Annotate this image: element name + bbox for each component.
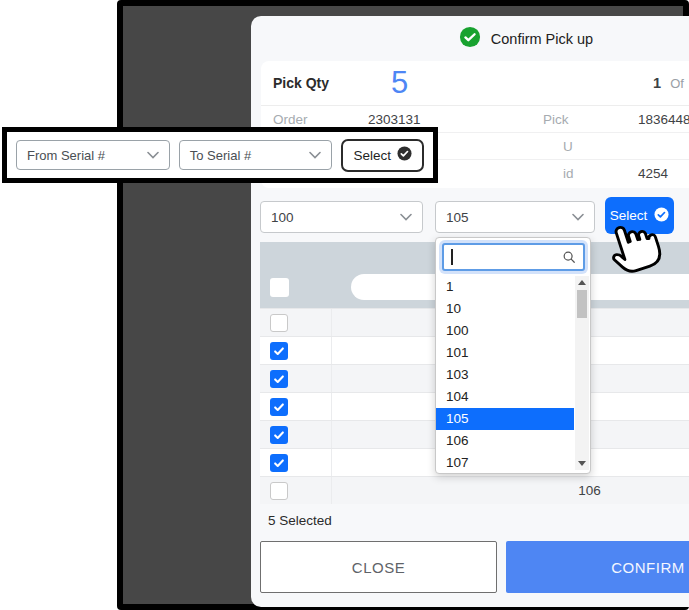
scroll-up-icon[interactable] (578, 280, 586, 285)
serial-dropdown-panel: 1 10 100 101 103 104 105 106 107 (435, 237, 591, 474)
close-button[interactable]: CLOSE (260, 541, 497, 593)
from-serial-value: 100 (271, 210, 294, 225)
row-checkbox[interactable] (270, 482, 288, 500)
confirm-button[interactable]: CONFIRM (506, 541, 689, 593)
scrollbar-thumb[interactable] (577, 290, 587, 318)
pick-qty-label: Pick Qty (273, 75, 329, 91)
to-serial-select[interactable]: 105 (435, 201, 595, 233)
row-checkbox[interactable] (270, 342, 288, 360)
dropdown-search-box[interactable] (442, 243, 585, 271)
to-serial-value: 105 (446, 210, 469, 225)
table-row: 106 (260, 476, 689, 504)
dropdown-option[interactable]: 104 (436, 386, 574, 408)
modal-title: Confirm Pick up (491, 31, 593, 47)
dropdown-option[interactable]: 106 (436, 430, 574, 452)
sku-label-partial: U (543, 139, 638, 154)
to-serial-dropdown[interactable]: To Serial # (179, 140, 333, 170)
pick-qty-value: 5 (391, 65, 408, 101)
row-checkbox[interactable] (270, 398, 288, 416)
row-checkbox[interactable] (270, 314, 288, 332)
dropdown-option[interactable]: 1 (436, 276, 574, 298)
check-circle-icon (654, 207, 669, 225)
dropdown-option[interactable]: 101 (436, 342, 574, 364)
from-serial-placeholder: From Serial # (27, 148, 105, 163)
confirm-pickup-modal: Confirm Pick up Pick Qty 5 1 Of 1 (251, 16, 689, 607)
row-checkbox[interactable] (270, 426, 288, 444)
callout-select-label: Select (353, 148, 391, 163)
page: Confirm Pick up Pick Qty 5 1 Of 1 (0, 0, 689, 610)
chevron-down-icon (572, 213, 584, 221)
dropdown-option[interactable]: 107 (436, 452, 574, 474)
callout-select-button[interactable]: Select (341, 139, 424, 172)
dropdown-option[interactable]: 10 (436, 298, 574, 320)
scroll-down-icon[interactable] (578, 461, 586, 466)
backdrop-frame: Confirm Pick up Pick Qty 5 1 Of 1 (117, 0, 689, 610)
text-caret (451, 249, 453, 265)
success-check-icon (459, 26, 481, 52)
select-all-checkbox[interactable] (270, 278, 289, 297)
check-circle-icon (397, 146, 412, 164)
dropdown-option-selected[interactable]: 105 (436, 408, 574, 430)
dropdown-options: 1 10 100 101 103 104 105 106 107 (436, 276, 574, 474)
to-serial-placeholder: To Serial # (190, 148, 251, 163)
pick-label: Pick (543, 112, 638, 127)
page-number: 1 (653, 75, 661, 91)
order-label: Order (273, 112, 368, 127)
dropdown-option[interactable]: 100 (436, 320, 574, 342)
selected-count-text: 5 Selected (268, 513, 332, 528)
search-icon (562, 250, 576, 264)
row-value: 106 (332, 483, 689, 498)
chevron-down-icon (309, 151, 321, 159)
chevron-down-icon (147, 151, 159, 159)
from-serial-select[interactable]: 100 (260, 201, 423, 233)
id-value: 4254 (638, 166, 689, 181)
pagination: 1 Of 1 (653, 69, 689, 97)
from-serial-dropdown[interactable]: From Serial # (16, 140, 170, 170)
order-value: 2303131 (368, 112, 543, 127)
pick-value: 1836448 (638, 112, 689, 127)
page-of-label: Of (670, 76, 684, 91)
serial-range-callout: From Serial # To Serial # Select (2, 127, 438, 183)
dropdown-scrollbar[interactable] (575, 276, 589, 470)
row-checkbox[interactable] (270, 370, 288, 388)
dropdown-option[interactable]: 103 (436, 364, 574, 386)
chevron-down-icon (400, 213, 412, 221)
pick-qty-row: Pick Qty 5 1 Of 1 (261, 61, 689, 106)
id-label-partial: id (543, 166, 638, 181)
modal-header: Confirm Pick up (251, 16, 689, 62)
row-checkbox[interactable] (270, 454, 288, 472)
